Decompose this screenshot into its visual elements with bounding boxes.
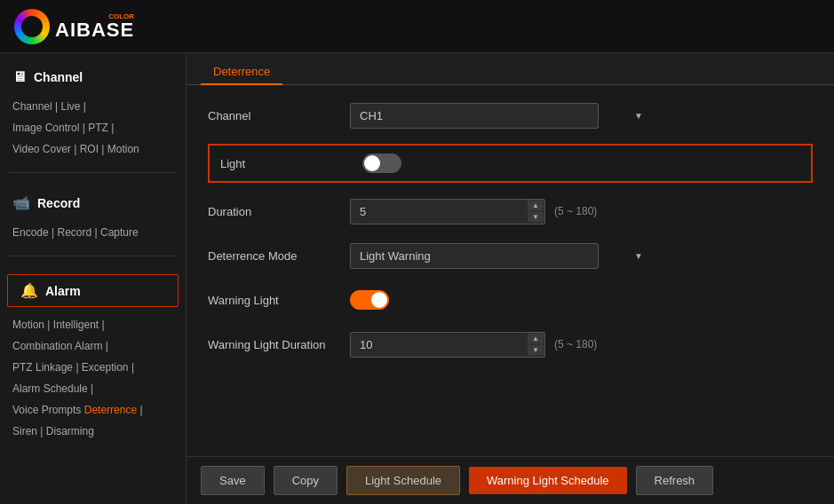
save-button[interactable]: Save [201,466,265,495]
sidebar-section-channel-header: 🖥 Channel [0,62,186,92]
duration-range-hint: (5 ~ 180) [554,205,597,217]
duration-label: Duration [208,205,350,218]
sidebar-link-exception[interactable]: Exception [82,361,129,374]
warning-light-duration-input[interactable] [350,332,545,358]
sidebar-link-ptz-linkage[interactable]: PTZ Linkage [12,361,73,374]
record-icon: 📹 [12,194,30,211]
channel-label: Channel [208,109,350,122]
tab-deterrence[interactable]: Deterrence [201,59,282,85]
light-toggle-slider [362,154,401,173]
sidebar-record-label: Record [37,196,80,210]
duration-up-btn[interactable]: ▲ [528,201,544,211]
sidebar-link-channel[interactable]: Channel [12,100,52,113]
warning-light-duration-spinners: ▲ ▼ [528,334,544,356]
sidebar-link-voice-prompts[interactable]: Voice Prompts [12,404,81,416]
sidebar: 🖥 Channel Channel | Live | Image Control… [0,53,187,504]
header: COLOR AIBASE [0,0,834,53]
channel-icon: 🖥 [12,69,27,85]
deterrence-mode-label: Deterrence Mode [208,249,350,263]
sidebar-link-motion[interactable]: Motion [107,143,139,155]
warning-light-toggle[interactable] [350,290,389,310]
warning-light-duration-input-group: ▲ ▼ [350,332,545,358]
sidebar-section-record-header: 📹 Record [0,187,186,218]
sidebar-link-siren[interactable]: Siren [12,425,37,437]
duration-down-btn[interactable]: ▼ [528,212,544,223]
deterrence-mode-select[interactable]: Light Warning Audio Warning Both [350,243,599,269]
light-toggle-wrapper [362,154,401,173]
sidebar-link-encode[interactable]: Encode [12,226,49,239]
warning-light-duration-number-wrapper: ▲ ▼ (5 ~ 180) [350,332,597,358]
duration-spinners: ▲ ▼ [528,201,544,223]
deterrence-mode-arrow: ▼ [634,251,643,261]
channel-select-arrow: ▼ [634,111,643,121]
logo-text: COLOR AIBASE [55,13,134,40]
warning-light-duration-range-hint: (5 ~ 180) [554,338,597,350]
refresh-button[interactable]: Refresh [636,466,714,495]
sidebar-section-channel: 🖥 Channel Channel | Live | Image Control… [0,53,186,167]
light-label: Light [220,157,362,170]
sidebar-section-record: 📹 Record Encode | Record | Capture [0,178,186,250]
logo-icon [14,9,50,44]
sidebar-link-combination-alarm[interactable]: Combination Alarm [12,340,102,352]
channel-select[interactable]: CH1 CH2 CH3 CH4 [350,103,599,129]
sidebar-section-alarm: 🔔 Alarm Motion | Intelligent | Combinati… [0,262,186,449]
channel-control: CH1 CH2 CH3 CH4 ▼ [350,103,652,129]
warning-light-toggle-slider [350,290,389,310]
warning-light-label: Warning Light [208,294,350,307]
sidebar-link-intelligent[interactable]: Intelligent [53,319,99,331]
sidebar-link-deterrence[interactable]: Deterrence [84,404,137,416]
form-area: Channel CH1 CH2 CH3 CH4 ▼ Light [187,85,834,456]
sidebar-link-alarm-schedule[interactable]: Alarm Schedule [12,382,88,395]
warning-light-row: Warning Light [208,284,813,316]
sidebar-link-image-control[interactable]: Image Control [12,122,79,134]
content-area: Deterrence Channel CH1 CH2 CH3 CH4 ▼ [187,53,834,504]
bottom-toolbar: Save Copy Light Schedule Warning Light S… [187,456,834,504]
divider-2 [9,256,177,256]
sidebar-link-roi[interactable]: ROI [80,143,99,155]
deterrence-mode-control: Light Warning Audio Warning Both ▼ [350,243,652,269]
duration-number-wrapper: ▲ ▼ (5 ~ 180) [350,199,597,224]
deterrence-mode-row: Deterrence Mode Light Warning Audio Warn… [208,240,813,272]
main-layout: 🖥 Channel Channel | Live | Image Control… [0,53,834,504]
sidebar-alarm-links: Motion | Intelligent | Combination Alarm… [0,311,186,445]
sidebar-channel-links: Channel | Live | Image Control | PTZ | V… [0,92,186,163]
sidebar-link-record[interactable]: Record [58,226,92,239]
logo: COLOR AIBASE [14,9,134,44]
sidebar-link-video-cover[interactable]: Video Cover [12,143,71,155]
sidebar-link-live[interactable]: Live [61,100,81,113]
light-schedule-button[interactable]: Light Schedule [346,466,460,495]
logo-aibase-text: AIBASE [55,20,134,40]
sidebar-alarm-label: Alarm [45,284,81,298]
tab-bar: Deterrence [187,53,834,85]
sidebar-link-ptz[interactable]: PTZ [88,122,108,134]
channel-select-wrapper: CH1 CH2 CH3 CH4 ▼ [350,103,652,129]
alarm-icon: 🔔 [20,282,38,299]
deterrence-mode-select-wrapper: Light Warning Audio Warning Both ▼ [350,243,652,269]
sidebar-section-alarm-header: 🔔 Alarm [7,274,179,307]
duration-row: Duration ▲ ▼ (5 ~ 180) [208,195,813,227]
sidebar-link-motion[interactable]: Motion [12,319,44,331]
warning-light-duration-down-btn[interactable]: ▼ [528,345,544,356]
sidebar-link-capture[interactable]: Capture [100,226,139,239]
warning-light-duration-label: Warning Light Duration [208,338,350,351]
warning-light-duration-up-btn[interactable]: ▲ [528,334,544,344]
sidebar-channel-label: Channel [34,70,83,84]
channel-row: Channel CH1 CH2 CH3 CH4 ▼ [208,99,813,131]
sidebar-record-links: Encode | Record | Capture [0,218,186,247]
warning-light-duration-row: Warning Light Duration ▲ ▼ (5 ~ 180) [208,328,813,360]
warning-light-schedule-button[interactable]: Warning Light Schedule [469,467,627,494]
divider-1 [9,172,177,173]
light-toggle[interactable] [362,154,401,173]
sidebar-link-disarming[interactable]: Disarming [46,425,94,437]
copy-button[interactable]: Copy [274,466,338,495]
light-row: Light [208,144,813,183]
duration-input[interactable] [350,199,545,224]
warning-light-toggle-wrapper [350,290,389,310]
duration-input-group: ▲ ▼ [350,199,545,224]
